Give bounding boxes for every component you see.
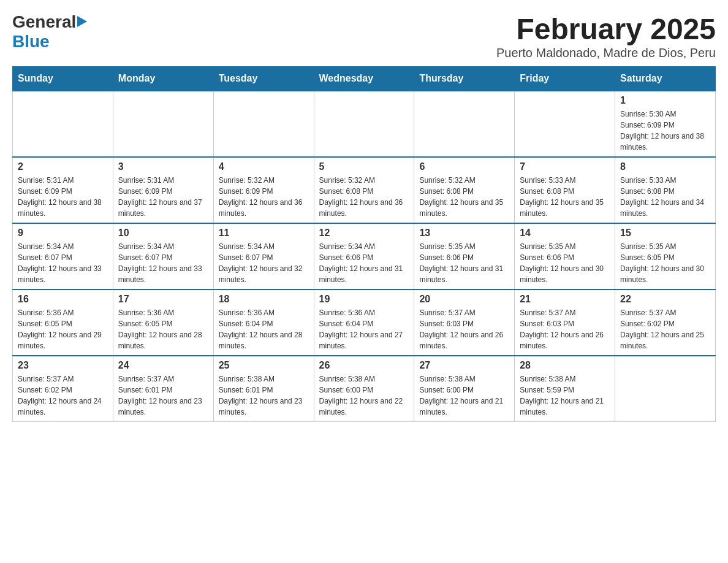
day-number: 24	[118, 360, 208, 371]
calendar-cell	[213, 91, 314, 157]
calendar-cell: 8Sunrise: 5:33 AM Sunset: 6:08 PM Daylig…	[615, 157, 716, 223]
calendar-week-row: 1Sunrise: 5:30 AM Sunset: 6:09 PM Daylig…	[13, 91, 716, 157]
day-info: Sunrise: 5:32 AM Sunset: 6:08 PM Dayligh…	[319, 175, 409, 219]
day-number: 25	[219, 360, 309, 371]
calendar-week-row: 9Sunrise: 5:34 AM Sunset: 6:07 PM Daylig…	[13, 223, 716, 289]
calendar-cell	[515, 91, 615, 157]
day-number: 4	[219, 161, 309, 172]
day-number: 22	[620, 294, 710, 305]
day-number: 20	[419, 294, 509, 305]
day-info: Sunrise: 5:36 AM Sunset: 6:05 PM Dayligh…	[118, 307, 208, 351]
day-number: 16	[18, 294, 108, 305]
day-number: 26	[319, 360, 409, 371]
day-info: Sunrise: 5:38 AM Sunset: 6:00 PM Dayligh…	[419, 373, 509, 418]
title-block: February 2025 Puerto Maldonado, Madre de…	[496, 12, 716, 60]
calendar-cell	[314, 91, 414, 157]
col-saturday: Saturday	[615, 67, 716, 91]
day-info: Sunrise: 5:34 AM Sunset: 6:07 PM Dayligh…	[18, 241, 108, 285]
day-info: Sunrise: 5:35 AM Sunset: 6:06 PM Dayligh…	[520, 241, 610, 285]
calendar-cell: 20Sunrise: 5:37 AM Sunset: 6:03 PM Dayli…	[414, 289, 515, 356]
calendar-cell: 25Sunrise: 5:38 AM Sunset: 6:01 PM Dayli…	[213, 356, 314, 422]
day-info: Sunrise: 5:35 AM Sunset: 6:06 PM Dayligh…	[419, 241, 509, 285]
page-title: February 2025	[496, 12, 716, 46]
calendar-week-row: 23Sunrise: 5:37 AM Sunset: 6:02 PM Dayli…	[13, 356, 716, 422]
day-number: 10	[118, 228, 208, 239]
calendar-table: Sunday Monday Tuesday Wednesday Thursday…	[12, 66, 716, 422]
col-tuesday: Tuesday	[213, 67, 314, 91]
day-number: 5	[319, 161, 409, 172]
day-info: Sunrise: 5:38 AM Sunset: 5:59 PM Dayligh…	[520, 373, 610, 418]
day-number: 6	[419, 161, 509, 172]
calendar-cell: 13Sunrise: 5:35 AM Sunset: 6:06 PM Dayli…	[414, 223, 515, 289]
day-info: Sunrise: 5:36 AM Sunset: 6:04 PM Dayligh…	[219, 307, 309, 351]
day-number: 11	[219, 228, 309, 239]
col-sunday: Sunday	[13, 67, 113, 91]
day-number: 2	[18, 161, 108, 172]
logo: General Blue	[12, 12, 87, 52]
day-number: 19	[319, 294, 409, 305]
day-info: Sunrise: 5:37 AM Sunset: 6:02 PM Dayligh…	[18, 373, 108, 418]
day-info: Sunrise: 5:31 AM Sunset: 6:09 PM Dayligh…	[118, 175, 208, 219]
day-info: Sunrise: 5:37 AM Sunset: 6:03 PM Dayligh…	[520, 307, 610, 351]
day-number: 9	[18, 228, 108, 239]
logo-arrow-icon	[77, 16, 87, 29]
calendar-cell: 12Sunrise: 5:34 AM Sunset: 6:06 PM Dayli…	[314, 223, 414, 289]
day-number: 13	[419, 228, 509, 239]
day-info: Sunrise: 5:38 AM Sunset: 6:00 PM Dayligh…	[319, 373, 409, 418]
day-number: 3	[118, 161, 208, 172]
day-number: 27	[419, 360, 509, 371]
calendar-cell: 24Sunrise: 5:37 AM Sunset: 6:01 PM Dayli…	[113, 356, 213, 422]
calendar-cell: 21Sunrise: 5:37 AM Sunset: 6:03 PM Dayli…	[515, 289, 615, 356]
calendar-cell: 23Sunrise: 5:37 AM Sunset: 6:02 PM Dayli…	[13, 356, 113, 422]
day-info: Sunrise: 5:37 AM Sunset: 6:01 PM Dayligh…	[118, 373, 208, 418]
calendar-cell: 27Sunrise: 5:38 AM Sunset: 6:00 PM Dayli…	[414, 356, 515, 422]
calendar-cell: 19Sunrise: 5:36 AM Sunset: 6:04 PM Dayli…	[314, 289, 414, 356]
calendar-cell	[113, 91, 213, 157]
calendar-cell: 16Sunrise: 5:36 AM Sunset: 6:05 PM Dayli…	[13, 289, 113, 356]
col-wednesday: Wednesday	[314, 67, 414, 91]
day-info: Sunrise: 5:35 AM Sunset: 6:05 PM Dayligh…	[620, 241, 710, 285]
svg-marker-0	[77, 16, 87, 27]
day-info: Sunrise: 5:36 AM Sunset: 6:05 PM Dayligh…	[18, 307, 108, 351]
calendar-cell: 3Sunrise: 5:31 AM Sunset: 6:09 PM Daylig…	[113, 157, 213, 223]
calendar-cell: 11Sunrise: 5:34 AM Sunset: 6:07 PM Dayli…	[213, 223, 314, 289]
day-info: Sunrise: 5:33 AM Sunset: 6:08 PM Dayligh…	[620, 175, 710, 219]
calendar-cell: 14Sunrise: 5:35 AM Sunset: 6:06 PM Dayli…	[515, 223, 615, 289]
day-number: 28	[520, 360, 610, 371]
calendar-cell: 10Sunrise: 5:34 AM Sunset: 6:07 PM Dayli…	[113, 223, 213, 289]
day-info: Sunrise: 5:32 AM Sunset: 6:08 PM Dayligh…	[419, 175, 509, 219]
calendar-cell: 17Sunrise: 5:36 AM Sunset: 6:05 PM Dayli…	[113, 289, 213, 356]
day-number: 14	[520, 228, 610, 239]
col-thursday: Thursday	[414, 67, 515, 91]
day-info: Sunrise: 5:36 AM Sunset: 6:04 PM Dayligh…	[319, 307, 409, 351]
calendar-cell: 28Sunrise: 5:38 AM Sunset: 5:59 PM Dayli…	[515, 356, 615, 422]
calendar-cell: 1Sunrise: 5:30 AM Sunset: 6:09 PM Daylig…	[615, 91, 716, 157]
day-number: 17	[118, 294, 208, 305]
calendar-cell: 26Sunrise: 5:38 AM Sunset: 6:00 PM Dayli…	[314, 356, 414, 422]
calendar-cell: 5Sunrise: 5:32 AM Sunset: 6:08 PM Daylig…	[314, 157, 414, 223]
day-number: 21	[520, 294, 610, 305]
day-number: 1	[620, 95, 710, 106]
calendar-cell: 2Sunrise: 5:31 AM Sunset: 6:09 PM Daylig…	[13, 157, 113, 223]
day-info: Sunrise: 5:38 AM Sunset: 6:01 PM Dayligh…	[219, 373, 309, 418]
day-info: Sunrise: 5:37 AM Sunset: 6:02 PM Dayligh…	[620, 307, 710, 351]
page-subtitle: Puerto Maldonado, Madre de Dios, Peru	[496, 46, 716, 60]
day-info: Sunrise: 5:37 AM Sunset: 6:03 PM Dayligh…	[419, 307, 509, 351]
calendar-cell: 15Sunrise: 5:35 AM Sunset: 6:05 PM Dayli…	[615, 223, 716, 289]
day-number: 18	[219, 294, 309, 305]
calendar-cell: 9Sunrise: 5:34 AM Sunset: 6:07 PM Daylig…	[13, 223, 113, 289]
day-number: 8	[620, 161, 710, 172]
day-number: 23	[18, 360, 108, 371]
calendar-cell	[13, 91, 113, 157]
day-info: Sunrise: 5:31 AM Sunset: 6:09 PM Dayligh…	[18, 175, 108, 219]
page-header: General Blue February 2025 Puerto Maldon…	[12, 12, 716, 60]
col-monday: Monday	[113, 67, 213, 91]
calendar-week-row: 2Sunrise: 5:31 AM Sunset: 6:09 PM Daylig…	[13, 157, 716, 223]
day-info: Sunrise: 5:34 AM Sunset: 6:06 PM Dayligh…	[319, 241, 409, 285]
calendar-cell	[615, 356, 716, 422]
calendar-cell: 18Sunrise: 5:36 AM Sunset: 6:04 PM Dayli…	[213, 289, 314, 356]
day-number: 12	[319, 228, 409, 239]
day-number: 15	[620, 228, 710, 239]
calendar-cell	[414, 91, 515, 157]
logo-general-text: General	[12, 12, 76, 32]
